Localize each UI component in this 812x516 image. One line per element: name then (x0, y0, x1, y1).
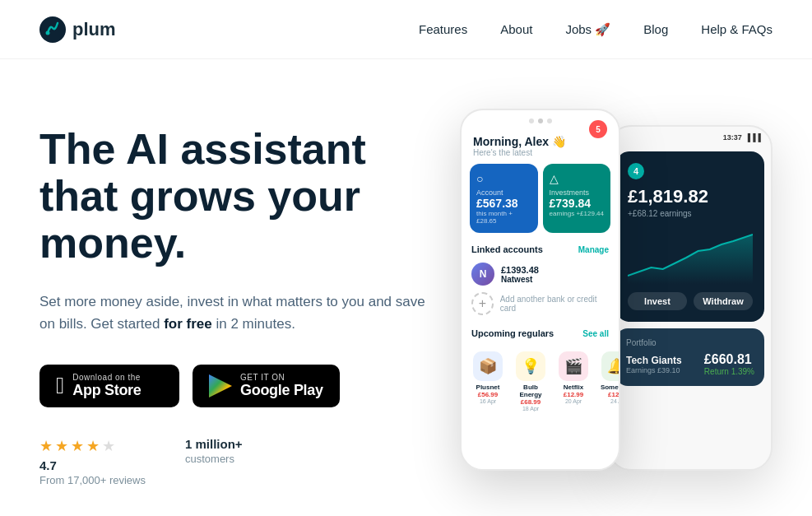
app-store-button[interactable]:  Download on the App Store (39, 365, 179, 407)
google-play-bottom: Google Play (240, 382, 323, 399)
account-icon: ○ (476, 172, 531, 185)
regulars-header: Upcoming regulars See all (471, 328, 609, 338)
investments-change: earnings +£129.44 (550, 210, 605, 217)
rating-section: ★ ★ ★ ★ ★ 4.7 From 17,000+ reviews (39, 437, 146, 486)
phone-header: Morning, Alex 👋 Here's the latest 5 (462, 132, 619, 164)
linked-accounts-section: Linked accounts Manage N £1393.48 Natwes… (462, 239, 619, 323)
invest-button[interactable]: Invest (628, 292, 687, 310)
hero-section: The AI assistant that grows your money. … (0, 59, 812, 516)
svg-point-0 (39, 16, 66, 43)
navbar: plum Features About Jobs 🚀 Blog Help & F… (0, 0, 812, 59)
account-amount: £567.38 (476, 197, 531, 210)
hero-sub-bold: for free (164, 316, 212, 332)
dot-2 (538, 119, 543, 123)
svg-point-1 (46, 30, 50, 35)
star-3: ★ (71, 437, 84, 455)
signal-icon: ▐▐▐ (745, 133, 761, 142)
sparkline-chart (628, 226, 753, 284)
google-play-top: GET IT ON (240, 373, 323, 382)
portfolio-right: £660.81 Return 1.39% (704, 352, 754, 376)
nav-features[interactable]: Features (419, 22, 467, 36)
dot-1 (529, 119, 534, 123)
portfolio-card: Portfolio Tech Giants Earnings £39.10 £6… (616, 328, 764, 386)
phone-back-status: 13:37 ▐▐▐ (723, 133, 761, 142)
customers-number: 1 million+ (185, 437, 243, 451)
greeting-sub: Here's the latest (473, 148, 566, 157)
account-cards: ○ Account £567.38 this month +£28.65 △ I… (462, 164, 619, 239)
account-label: Account (476, 188, 531, 197)
star-1: ★ (39, 437, 53, 455)
investments-amount: £739.84 (550, 197, 605, 210)
inv-actions: Invest Withdraw (628, 292, 753, 310)
nav-jobs[interactable]: Jobs 🚀 (565, 22, 610, 37)
star-5: ★ (102, 437, 115, 455)
hero-subtext: Set more money aside, invest in what mat… (39, 291, 427, 335)
store-buttons:  Download on the App Store GET IT ON Go… (39, 365, 427, 407)
bank-account-item: N £1393.48 Natwest (471, 259, 609, 289)
regular-item: 📦 Plusnet £56.99 16 Apr (470, 351, 506, 411)
regulars-title: Upcoming regulars (471, 328, 554, 338)
google-play-text: GET IT ON Google Play (240, 373, 323, 399)
logo[interactable]: plum (39, 16, 116, 43)
customers-section: 1 million+ customers (185, 437, 243, 465)
star-2: ★ (55, 437, 68, 455)
star-rating: ★ ★ ★ ★ ★ (39, 437, 146, 455)
phone-front: Morning, Alex 👋 Here's the latest 5 ○ Ac… (460, 109, 620, 471)
logo-icon (39, 16, 66, 43)
investments-label: Investments (550, 188, 605, 197)
phone-back: 13:37 ▐▐▐ 4 £1,819.82 +£68.12 earnings (608, 125, 773, 471)
linked-accounts-title: Linked accounts (471, 244, 543, 254)
star-4: ★ (86, 437, 100, 455)
apple-icon:  (56, 374, 64, 397)
portfolio-item: Tech Giants Earnings £39.10 £660.81 Retu… (626, 352, 754, 376)
nav-help[interactable]: Help & FAQs (701, 22, 773, 36)
bank-info: £1393.48 Natwest (501, 265, 539, 284)
see-all-button[interactable]: See all (582, 329, 609, 338)
nav-blog[interactable]: Blog (643, 22, 668, 36)
google-play-button[interactable]: GET IT ON Google Play (193, 365, 340, 407)
phone-mockups: 13:37 ▐▐▐ 4 £1,819.82 +£68.12 earnings (427, 109, 773, 504)
logo-text: plum (72, 19, 116, 40)
manage-button[interactable]: Manage (578, 245, 609, 254)
bank-icon: N (471, 263, 494, 286)
regulars-list: 📦 Plusnet £56.99 16 Apr 💡 Bulb Energy £6… (462, 348, 619, 411)
regulars-section: Upcoming regulars See all (462, 323, 619, 348)
dot-3 (547, 119, 552, 123)
customers-label: customers (185, 453, 243, 465)
inv-sub: +£68.12 earnings (628, 209, 753, 218)
app-store-bottom: App Store (72, 382, 141, 399)
hero-headline: The AI assistant that grows your money. (39, 126, 427, 267)
add-account-text: Add another bank or credit card (500, 295, 609, 313)
app-store-top: Download on the (72, 373, 141, 382)
investments-icon: △ (550, 172, 605, 185)
notification-badge: 5 (589, 120, 607, 138)
investments-card: △ Investments £739.84 earnings +£129.44 (543, 164, 611, 233)
regular-item: 💡 Bulb Energy £68.99 18 Apr (513, 351, 549, 411)
inv-notification: 4 (628, 163, 644, 179)
nav-about[interactable]: About (500, 22, 532, 36)
back-time: 13:37 (723, 133, 742, 142)
rating-number: 4.7 (39, 458, 57, 472)
account-card: ○ Account £567.38 this month +£28.65 (470, 164, 538, 233)
app-store-text: Download on the App Store (72, 373, 141, 399)
account-change: this month +£28.65 (476, 210, 531, 225)
linked-accounts-header: Linked accounts Manage (471, 244, 609, 254)
nav-links: Features About Jobs 🚀 Blog Help & FAQs (419, 22, 773, 37)
hero-sub-end: in 2 minutes. (212, 316, 295, 332)
social-proof: ★ ★ ★ ★ ★ 4.7 From 17,000+ reviews 1 mil… (39, 437, 427, 486)
add-account-icon: + (471, 292, 494, 315)
hero-content: The AI assistant that grows your money. … (39, 126, 427, 486)
google-play-icon (209, 374, 232, 397)
portfolio-label: Portfolio (626, 338, 754, 347)
greeting-text: Morning, Alex 👋 (473, 135, 566, 148)
investment-card: 4 £1,819.82 +£68.12 earnings (616, 151, 764, 322)
portfolio-name: Tech Giants Earnings £39.10 (626, 355, 682, 374)
withdraw-button[interactable]: Withdraw (694, 292, 753, 310)
regular-item: 🎬 Netflix £12.99 20 Apr (555, 351, 592, 411)
add-account-item[interactable]: + Add another bank or credit card (471, 289, 609, 318)
reviews-text: From 17,000+ reviews (39, 474, 146, 486)
phone-back-notch: 13:37 ▐▐▐ (610, 127, 771, 145)
inv-amount: £1,819.82 (628, 186, 753, 207)
regular-item: 🔔 Somethi... £12.5 24 A (598, 351, 619, 411)
phone-wrapper: 13:37 ▐▐▐ 4 £1,819.82 +£68.12 earnings (460, 109, 773, 504)
